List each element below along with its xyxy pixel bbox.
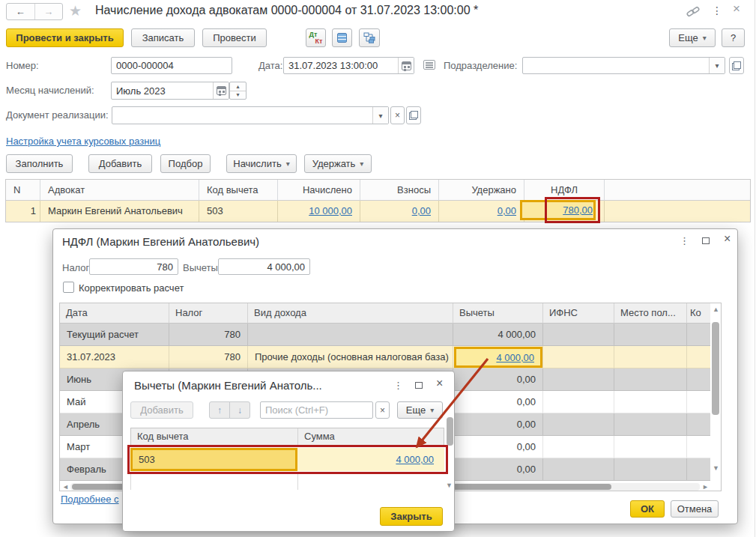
contributions-link[interactable]: 0,00: [412, 205, 431, 216]
move-down-button[interactable]: ↓: [229, 401, 250, 419]
deductions-dialog-maximize-icon[interactable]: [415, 382, 423, 389]
ndfl-amount-link[interactable]: 780,00: [563, 204, 593, 216]
ndfl-dialog-close-icon[interactable]: ×: [724, 234, 731, 244]
month-calendar-button[interactable]: [213, 82, 229, 99]
ndfl-cell[interactable]: 0,00: [453, 413, 543, 436]
currency-settings-link[interactable]: Настройка учета курсовых разниц: [6, 136, 160, 147]
ndfl-cell[interactable]: [543, 391, 614, 413]
deductions-col-amount[interactable]: Сумма: [298, 428, 445, 445]
more-button[interactable]: Еще▾: [669, 28, 716, 47]
ndfl-cell[interactable]: [543, 346, 614, 368]
move-up-button[interactable]: ↑: [209, 401, 230, 419]
deductions-col-code[interactable]: Код вычета: [131, 428, 298, 445]
favorite-star-icon[interactable]: ★: [69, 2, 82, 19]
ndfl-cell[interactable]: [687, 368, 710, 391]
pick-button[interactable]: Подбор: [160, 154, 211, 173]
ndfl-col-income-type[interactable]: Вид дохода: [248, 303, 453, 324]
ndfl-cell[interactable]: [687, 458, 710, 481]
row-cell-accrued[interactable]: 10 000,00: [278, 201, 360, 222]
withheld-link[interactable]: 0,00: [498, 205, 516, 216]
ndfl-dialog-menu-dots-icon[interactable]: ⋮: [680, 236, 689, 246]
search-input[interactable]: [260, 401, 373, 419]
ndfl-cell[interactable]: [614, 458, 687, 481]
nav-forward-button[interactable]: →: [35, 4, 63, 19]
structure-button[interactable]: [359, 28, 380, 47]
ndfl-dialog-maximize-icon[interactable]: [702, 237, 710, 244]
ndfl-cell[interactable]: [543, 368, 614, 391]
col-header-advocate[interactable]: Адвокат: [40, 180, 199, 201]
ndfl-cell[interactable]: 0,00: [453, 436, 543, 458]
ndfl-col-place[interactable]: Место пол...: [614, 303, 687, 324]
row-cell-code[interactable]: 503: [199, 201, 278, 222]
ndfl-cell[interactable]: 4 000,00: [453, 324, 543, 346]
ndfl-cell[interactable]: [614, 368, 687, 391]
ndfl-cell[interactable]: Текущий расчет: [60, 324, 169, 346]
help-button[interactable]: ?: [722, 28, 745, 47]
col-header-contributions[interactable]: Взносы: [360, 180, 439, 201]
realization-doc-combo[interactable]: ▾: [112, 106, 389, 124]
spinner-up-button[interactable]: ▴: [230, 82, 246, 91]
ok-button[interactable]: ОК: [630, 500, 665, 518]
vscroll-down-icon[interactable]: ▼: [713, 465, 719, 472]
close-button[interactable]: Закрыть: [380, 507, 443, 526]
get-link-icon[interactable]: [686, 6, 700, 20]
window-menu-dots-icon[interactable]: ⋮: [712, 5, 722, 16]
selection-history-icon[interactable]: [423, 60, 435, 70]
accrue-button[interactable]: Начислить▾: [226, 154, 297, 173]
ndfl-cell[interactable]: Прочие доходы (основная налоговая база): [248, 346, 453, 368]
ndfl-cell[interactable]: [687, 413, 710, 436]
ndfl-cell[interactable]: [543, 413, 614, 436]
ndfl-cell[interactable]: [687, 391, 710, 413]
ndfl-col-deductions[interactable]: Вычеты: [453, 303, 543, 324]
ndfl-cell[interactable]: [543, 458, 614, 481]
ndfl-cell[interactable]: [248, 324, 453, 346]
spinner-down-button[interactable]: ▾: [230, 91, 246, 100]
vscroll-thumb[interactable]: [712, 322, 719, 415]
deduction-amount-link[interactable]: 4 000,00: [496, 352, 534, 363]
ndfl-cell[interactable]: [614, 346, 687, 368]
ndfl-cell[interactable]: [687, 324, 710, 346]
ndfl-cell[interactable]: [687, 436, 710, 458]
window-close-icon[interactable]: ×: [733, 4, 740, 14]
department-combo[interactable]: ▾: [522, 57, 725, 74]
ndfl-cell[interactable]: 780: [169, 324, 248, 346]
row-cell-contributions[interactable]: 0,00: [360, 201, 439, 222]
ndfl-cell[interactable]: [614, 436, 687, 458]
ndfl-cell[interactable]: [614, 391, 687, 413]
nav-back-button[interactable]: ←: [7, 4, 35, 19]
row-cell-n[interactable]: 1: [6, 201, 40, 222]
save-button[interactable]: Записать: [131, 28, 195, 47]
deductions-input[interactable]: [218, 258, 310, 275]
report-list-button[interactable]: [332, 28, 352, 47]
row-cell-withheld[interactable]: 0,00: [439, 201, 524, 222]
department-open-button[interactable]: [729, 57, 744, 74]
date-calendar-button[interactable]: [398, 58, 414, 73]
ndfl-col-tax[interactable]: Налог: [169, 303, 248, 324]
deduction-selected-cell[interactable]: 4 000,00: [454, 347, 542, 368]
deductions-add-button[interactable]: Добавить: [130, 401, 193, 419]
hscroll-right-icon[interactable]: ►: [702, 484, 709, 491]
ndfl-cell[interactable]: [687, 346, 710, 368]
accrual-month-input[interactable]: Июль 2023: [111, 82, 229, 100]
ndfl-col-ifns[interactable]: ИФНС: [543, 303, 614, 324]
month-spinner[interactable]: ▴ ▾: [229, 82, 247, 100]
ndfl-cell[interactable]: [543, 436, 614, 458]
fill-button[interactable]: Заполнить: [6, 154, 73, 173]
deductions-dialog-menu-dots-icon[interactable]: ⋮: [393, 380, 403, 391]
realization-clear-button[interactable]: ×: [390, 106, 405, 124]
deductions-dialog-close-icon[interactable]: ×: [436, 378, 443, 389]
post-button[interactable]: Провести: [202, 28, 267, 47]
search-clear-button[interactable]: ×: [375, 401, 390, 419]
realization-open-button[interactable]: [406, 106, 421, 124]
number-input[interactable]: [111, 57, 232, 74]
tax-input[interactable]: [89, 258, 178, 275]
deductions-more-button[interactable]: Еще▾: [397, 401, 443, 419]
deductions-vscroll-thumb[interactable]: [447, 417, 453, 446]
hscroll-left-icon[interactable]: ◄: [62, 484, 69, 491]
deductions-vscroll-down-icon[interactable]: ▼: [446, 482, 453, 489]
ndfl-col-ko[interactable]: Ко: [687, 303, 710, 324]
row-cell-advocate[interactable]: Маркин Евгений Анатольевич: [40, 201, 199, 222]
realization-dropdown-button[interactable]: ▾: [372, 107, 388, 124]
withhold-button[interactable]: Удержать▾: [304, 154, 372, 173]
date-input[interactable]: 31.07.2023 13:00:00: [283, 57, 414, 74]
